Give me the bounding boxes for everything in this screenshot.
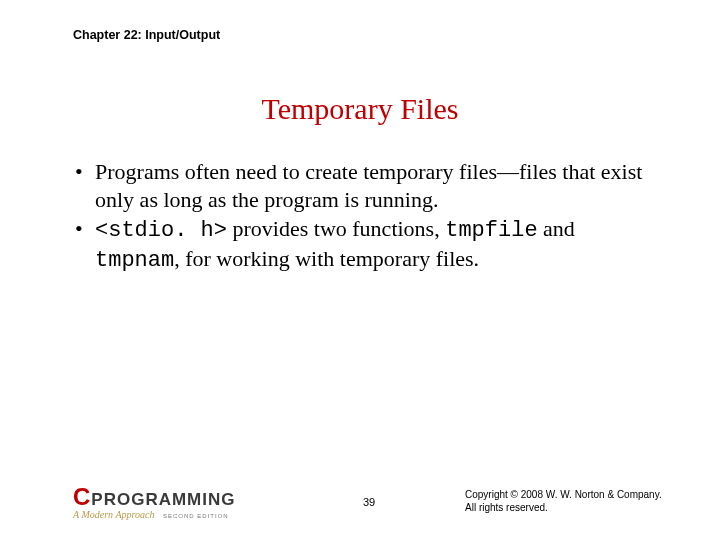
bullet-2-code-2: tmpfile xyxy=(445,218,537,243)
copyright: Copyright © 2008 W. W. Norton & Company.… xyxy=(465,488,675,514)
bullet-2-text-2: and xyxy=(538,216,575,241)
copyright-line-2: All rights reserved. xyxy=(465,501,675,514)
page-number: 39 xyxy=(363,496,375,508)
bullet-2-text-1: provides two functions, xyxy=(227,216,445,241)
bullet-2-text-3: , for working with temporary files. xyxy=(174,246,479,271)
footer: C PROGRAMMING A Modern Approach SECOND E… xyxy=(73,478,665,520)
chapter-header: Chapter 22: Input/Output xyxy=(73,28,220,42)
bullet-2-code-3: tmpnam xyxy=(95,248,174,273)
book-logo: C PROGRAMMING A Modern Approach SECOND E… xyxy=(73,485,236,520)
logo-subtitle: A Modern Approach SECOND EDITION xyxy=(73,510,236,520)
bullet-2-code-1: <stdio. h> xyxy=(95,218,227,243)
slide-title: Temporary Files xyxy=(0,92,720,126)
copyright-line-1: Copyright © 2008 W. W. Norton & Company. xyxy=(465,488,675,501)
logo-c-letter: C xyxy=(73,485,89,509)
slide-content: Programs often need to create temporary … xyxy=(73,158,665,276)
bullet-1-text: Programs often need to create temporary … xyxy=(95,159,642,212)
logo-programming: PROGRAMMING xyxy=(91,491,235,508)
logo-sub-text: A Modern Approach xyxy=(73,509,154,520)
logo-edition: SECOND EDITION xyxy=(163,513,229,519)
logo-top-row: C PROGRAMMING xyxy=(73,485,236,509)
bullet-2: <stdio. h> provides two functions, tmpfi… xyxy=(73,215,665,274)
bullet-1: Programs often need to create temporary … xyxy=(73,158,665,213)
